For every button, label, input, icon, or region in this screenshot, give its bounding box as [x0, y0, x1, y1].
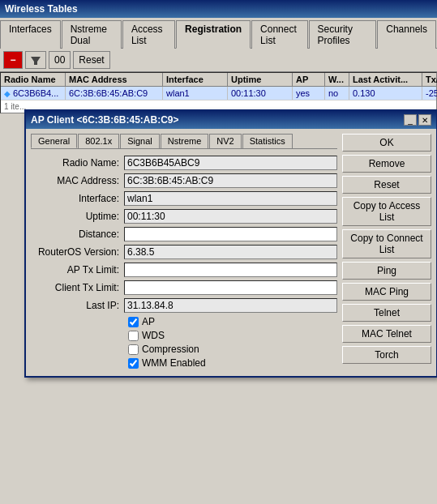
routeros-row: RouterOS Version: — [31, 245, 337, 259]
distance-field[interactable] — [124, 227, 337, 241]
tab-interfaces[interactable]: Interfaces — [0, 20, 61, 49]
col-radio-name: Radio Name — [1, 73, 66, 86]
telnet-button[interactable]: Telnet — [342, 304, 431, 322]
last-ip-field[interactable] — [124, 298, 337, 313]
routeros-field[interactable] — [124, 245, 337, 259]
tab-channels[interactable]: Channels — [377, 20, 436, 49]
wds-checkbox-label: WDS — [142, 330, 165, 341]
mac-telnet-button[interactable]: MAC Telnet — [342, 325, 431, 343]
compression-checkbox-row: Compression — [128, 344, 337, 355]
tab-802.1x[interactable]: 802.1x — [78, 134, 119, 148]
tab-connect-list[interactable]: Connect List — [251, 20, 307, 49]
table-row[interactable]: ◆ 6C3B6B4... 6C:3B:6B:45:AB:C9 wlan1 00:… — [1, 87, 436, 100]
title-bar: Wireless Tables — [0, 0, 437, 18]
toolbar: − 00 Reset — [0, 49, 437, 72]
remove-button[interactable]: Remove — [342, 155, 431, 173]
copy-to-access-list-button[interactable]: Copy to Access List — [342, 197, 431, 226]
ap-checkbox[interactable] — [128, 317, 139, 327]
torch-button[interactable]: Torch — [342, 346, 431, 364]
tab-security-profiles[interactable]: Security Profiles — [309, 20, 377, 49]
table-header: Radio Name MAC Address Interface Uptime … — [1, 73, 436, 87]
cell-uptime: 00:11:30 — [228, 87, 293, 100]
ap-client-dialog: AP Client <6C:3B:6B:45:AB:C9> _ ✕ Genera… — [24, 109, 437, 378]
ok-button[interactable]: OK — [342, 134, 431, 152]
distance-label: Distance: — [31, 229, 124, 240]
dialog-left-panel: General 802.1x Signal Nstreme NV2 Statis… — [31, 134, 337, 371]
wmm-checkbox-row: WMM Enabled — [128, 357, 337, 369]
interface-field[interactable] — [124, 191, 337, 206]
main-tab-bar: Interfaces Nstreme Dual Access List Regi… — [0, 18, 437, 49]
radio-name-label: Radio Name: — [31, 157, 124, 169]
svg-marker-0 — [31, 57, 41, 65]
filter-button[interactable] — [25, 51, 46, 69]
cell-last-activity: 0.130 — [349, 87, 422, 100]
mac-ping-button[interactable]: MAC Ping — [342, 283, 431, 301]
ap-tx-limit-label: AP Tx Limit: — [31, 264, 124, 275]
tab-nv2[interactable]: NV2 — [209, 134, 241, 148]
client-tx-limit-label: Client Tx Limit: — [31, 282, 124, 293]
dialog-title-buttons: _ ✕ — [404, 114, 431, 126]
radio-name-field[interactable] — [124, 156, 337, 170]
tab-statistics[interactable]: Statistics — [242, 134, 293, 148]
mac-address-label: MAC Address: — [31, 175, 124, 186]
tab-access-list[interactable]: Access List — [122, 20, 175, 49]
minus-button[interactable]: − — [3, 51, 23, 69]
cell-w: no — [325, 87, 349, 100]
app-title: Wireless Tables — [5, 3, 78, 15]
dialog-right-panel: OK Remove Reset Copy to Access List Copy… — [342, 134, 431, 371]
mac-address-row: MAC Address: — [31, 173, 337, 188]
tab-general[interactable]: General — [31, 134, 77, 148]
cell-ap: yes — [293, 87, 325, 100]
wmm-checkbox[interactable] — [128, 358, 139, 369]
cell-radio-name: ◆ 6C3B6B4... — [1, 87, 66, 100]
registration-table: Radio Name MAC Address Interface Uptime … — [0, 72, 437, 113]
uptime-row: Uptime: — [31, 209, 337, 224]
dialog-close-button[interactable]: ✕ — [418, 114, 431, 126]
ping-button[interactable]: Ping — [342, 262, 431, 280]
cell-mac-address: 6C:3B:6B:45:AB:C9 — [66, 87, 163, 100]
last-ip-row: Last IP: — [31, 298, 337, 313]
radio-name-row: Radio Name: — [31, 156, 337, 170]
reset-button[interactable]: Reset — [73, 51, 109, 69]
client-tx-limit-row: Client Tx Limit: — [31, 280, 337, 295]
compression-checkbox-label: Compression — [142, 344, 199, 355]
oo-button[interactable]: 00 — [49, 51, 71, 69]
ap-checkbox-row: AP — [128, 316, 337, 327]
interface-row: Interface: — [31, 191, 337, 206]
col-w: W... — [325, 73, 349, 86]
interface-label: Interface: — [31, 193, 124, 204]
reset-button[interactable]: Reset — [342, 176, 431, 194]
tab-nstreme[interactable]: Nstreme — [161, 134, 209, 148]
dialog-tab-bar: General 802.1x Signal Nstreme NV2 Statis… — [31, 134, 337, 149]
tab-registration[interactable]: Registration — [176, 20, 251, 49]
uptime-label: Uptime: — [31, 211, 124, 222]
wds-checkbox[interactable] — [128, 331, 139, 341]
wds-checkbox-row: WDS — [128, 330, 337, 341]
col-mac-address: MAC Address — [66, 73, 163, 86]
uptime-field[interactable] — [124, 209, 337, 224]
compression-checkbox[interactable] — [128, 344, 139, 355]
last-ip-label: Last IP: — [31, 300, 124, 311]
mac-address-field[interactable] — [124, 173, 337, 188]
copy-to-connect-list-button[interactable]: Copy to Connect List — [342, 229, 431, 258]
distance-row: Distance: — [31, 227, 337, 241]
dialog-minimize-button[interactable]: _ — [404, 114, 417, 126]
cell-interface: wlan1 — [163, 87, 228, 100]
col-last-activity: Last Activit... — [349, 73, 422, 86]
cell-tx-rx: -25/-26 — [422, 87, 437, 100]
tab-nstreme-dual[interactable]: Nstreme Dual — [62, 20, 122, 49]
dialog-title-bar: AP Client <6C:3B:6B:45:AB:C9> _ ✕ — [26, 111, 436, 129]
routeros-label: RouterOS Version: — [31, 246, 124, 258]
signal-icon: ◆ — [4, 89, 11, 98]
filter-icon — [31, 55, 41, 65]
dialog-content: General 802.1x Signal Nstreme NV2 Statis… — [26, 129, 436, 376]
col-ap: AP — [293, 73, 325, 86]
tab-signal[interactable]: Signal — [120, 134, 160, 148]
ap-tx-limit-field[interactable] — [124, 263, 337, 277]
ap-checkbox-label: AP — [142, 316, 155, 327]
wmm-checkbox-label: WMM Enabled — [142, 357, 206, 369]
ap-tx-limit-row: AP Tx Limit: — [31, 263, 337, 277]
dialog-title-text: AP Client <6C:3B:6B:45:AB:C9> — [31, 114, 179, 126]
client-tx-limit-field[interactable] — [124, 280, 337, 295]
col-tx-rx: Tx/Rx Signal — [422, 73, 437, 86]
